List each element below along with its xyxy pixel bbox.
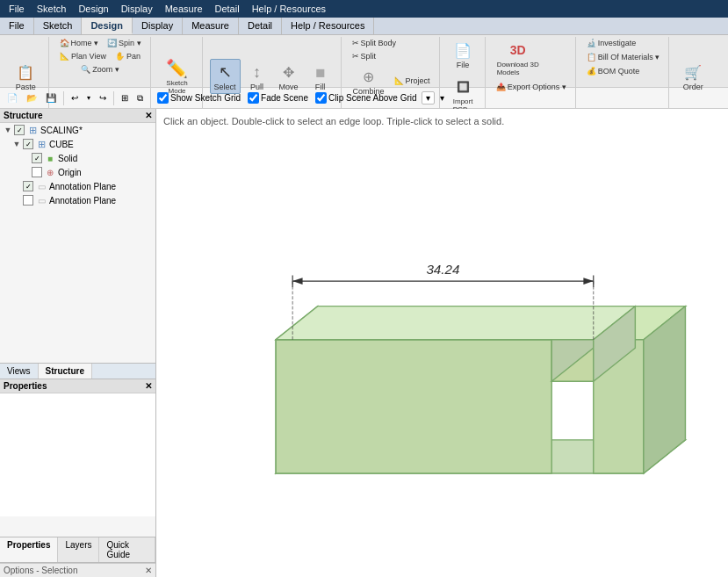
menu-help[interactable]: Help / Resources [247, 2, 331, 16]
zoom-icon: 🔍 [81, 65, 90, 74]
undo-dropdown[interactable]: ▾ [83, 92, 94, 104]
options-label: Options - Selection [4, 566, 78, 575]
show-sketch-grid-check[interactable]: Show Sketch Grid [155, 91, 243, 105]
fill-button[interactable]: ◼ Fill [306, 59, 335, 94]
splitbody-icon: ✂ [352, 39, 359, 47]
cube-checkbox[interactable]: ✓ [23, 139, 33, 149]
sidebar: Structure ✕ ▼ ✓ ⊞ SCALING* ▼ ✓ ⊞ CUBE ✓ … [0, 109, 156, 577]
planview-icon: 📐 [60, 52, 69, 61]
origin-checkbox[interactable] [32, 167, 42, 177]
menu-detail[interactable]: Detail [210, 2, 245, 16]
ap2-checkbox[interactable] [23, 195, 33, 206]
bomquote-button[interactable]: 💰 BOM Quote [583, 65, 644, 77]
tree-item-solid[interactable]: ✓ ■ Solid [18, 151, 155, 165]
pan-icon: ✋ [115, 52, 125, 61]
structure-tab[interactable]: Structure [39, 364, 92, 379]
properties-title: Properties [4, 381, 47, 391]
planview-button[interactable]: 📐 Plan View [56, 50, 110, 62]
ap1-spacer [12, 182, 21, 191]
exportoptions-button[interactable]: 📤 Export Options ▾ [493, 81, 570, 93]
tree-item-annotationplane2[interactable]: ▭ Annotation Plane [9, 193, 155, 207]
scaling-component-icon: ⊞ [26, 124, 39, 136]
menu-measure[interactable]: Measure [160, 2, 208, 16]
scaling-expand-icon: ▼ [4, 126, 12, 134]
file-button[interactable]: 📄 File [448, 37, 478, 72]
spin-button[interactable]: 🔄 Spin ▾ [104, 37, 145, 49]
home-button[interactable]: 🏠 Home ▾ [56, 37, 103, 49]
ribbon-tab-detail[interactable]: Detail [239, 18, 282, 34]
paste-icon: 📋 [15, 61, 36, 83]
solid-label: Solid [58, 154, 77, 163]
toolbar-extra-1[interactable]: ⊞ [118, 91, 132, 105]
menu-design[interactable]: Design [73, 2, 113, 16]
ap1-label: Annotation Plane [49, 182, 116, 191]
toolbar-more[interactable]: ▾ [436, 91, 448, 105]
sidebar-tabs: Properties Layers Quick Guide [0, 537, 155, 563]
ap1-checkbox[interactable]: ✓ [23, 181, 33, 191]
investigate-button[interactable]: 🔬 Investigate [583, 37, 640, 49]
undo-button[interactable]: ↩ [68, 91, 82, 105]
move-button[interactable]: ✥ Move [274, 59, 304, 94]
combine-icon: ⊕ [358, 66, 379, 87]
ribbon-tab-help[interactable]: Help / Resources [282, 18, 374, 34]
split-button[interactable]: ✂ Split [349, 50, 380, 62]
viewport[interactable]: Click an object. Double-click to select … [156, 109, 728, 577]
order-button[interactable]: 🛒 Order [678, 59, 708, 94]
tree-item-cube[interactable]: ▼ ✓ ⊞ CUBE [9, 137, 155, 151]
more-icon: ▾ [440, 93, 444, 103]
origin-spacer [21, 168, 30, 177]
exportoptions-icon: 📤 [496, 83, 506, 91]
ribbon-tab-sketch[interactable]: Sketch [34, 18, 83, 34]
ap2-icon: ▭ [35, 194, 47, 206]
views-tab[interactable]: Views [0, 364, 39, 379]
layers-tab[interactable]: Layers [58, 537, 99, 562]
properties-collapse-icon[interactable]: ✕ [145, 381, 152, 391]
solid-checkbox[interactable]: ✓ [32, 153, 42, 163]
pull-button[interactable]: ↕ Pull [242, 59, 272, 94]
ribbon-tab-design[interactable]: Design [82, 18, 133, 34]
shape-container: 34.24 [209, 162, 710, 559]
fade-scene-check[interactable]: Fade Scene [245, 91, 311, 105]
ribbon-tab-display[interactable]: Display [133, 18, 183, 34]
quickguide-tab[interactable]: Quick Guide [99, 537, 155, 562]
folder-icon: 📂 [26, 93, 37, 103]
save-button[interactable]: 💾 [42, 91, 60, 105]
billofmaterials-button[interactable]: 📋 Bill Of Materials ▾ [583, 51, 664, 63]
download3d-button[interactable]: 3D Download 3DModels [493, 37, 544, 79]
scaling-checkbox[interactable]: ✓ [14, 125, 25, 135]
structure-collapse-icon[interactable]: ✕ [145, 111, 152, 120]
toolbar-extra-2[interactable]: ⧉ [133, 91, 147, 105]
shape-front-face [276, 340, 551, 473]
clip-scene-check[interactable]: Clip Scene Above Grid [313, 91, 420, 105]
properties-tab[interactable]: Properties [0, 537, 58, 562]
ribbon-tab-file[interactable]: File [0, 18, 34, 34]
new-button[interactable]: 📄 [4, 91, 21, 105]
tree-item-scaling[interactable]: ▼ ✓ ⊞ SCALING* [0, 123, 155, 137]
menu-sketch[interactable]: Sketch [32, 2, 72, 16]
menu-display[interactable]: Display [116, 2, 158, 16]
download3d-icon: 3D [508, 40, 529, 61]
pan-button[interactable]: ✋ Pan [112, 50, 144, 62]
dim-arrow-left [292, 278, 302, 285]
properties-header: Properties ✕ [0, 379, 155, 393]
importpcb-icon: 🔲 [452, 76, 473, 97]
cube-label: CUBE [49, 140, 74, 149]
redo-button[interactable]: ↪ [96, 91, 110, 105]
redo-icon: ↪ [99, 93, 106, 103]
options-close-icon[interactable]: ✕ [145, 566, 152, 575]
select-button[interactable]: ↖ Select [210, 59, 241, 94]
grid-dropdown[interactable]: ▾ [422, 91, 435, 105]
spin-icon: 🔄 [107, 39, 117, 47]
structure-panel: Structure ✕ ▼ ✓ ⊞ SCALING* ▼ ✓ ⊞ CUBE ✓ … [0, 109, 155, 364]
tree-item-origin[interactable]: ⊕ Origin [18, 165, 155, 179]
paste-button[interactable]: 📋 Paste [11, 59, 40, 94]
menu-file[interactable]: File [4, 2, 30, 16]
open-button[interactable]: 📂 [23, 91, 40, 105]
tree-item-annotationplane1[interactable]: ✓ ▭ Annotation Plane [9, 179, 155, 193]
dimension-text: 34.24 [426, 262, 459, 277]
scaling-label: SCALING* [40, 126, 83, 135]
ribbon-tab-measure[interactable]: Measure [183, 18, 239, 34]
splitbody-button[interactable]: ✂ Split Body [349, 37, 400, 49]
sketchmode-icon: ✏️ [167, 58, 188, 79]
zoom-button[interactable]: 🔍 Zoom ▾ [77, 63, 123, 76]
